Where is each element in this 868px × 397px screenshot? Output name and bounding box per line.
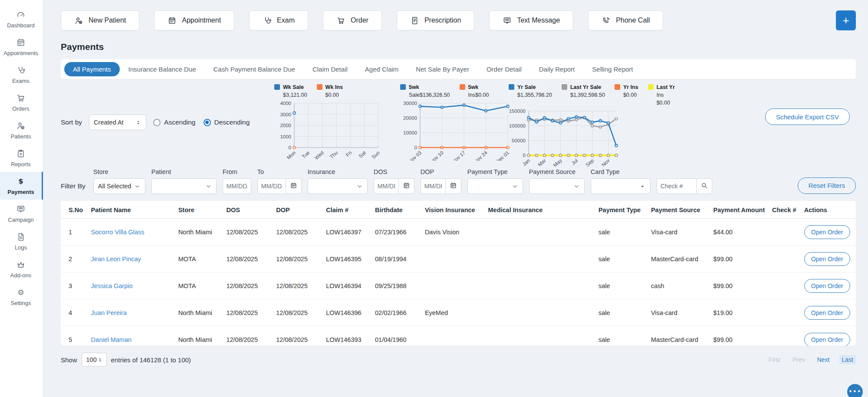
tab-claim-detail[interactable]: Claim Detail [304,62,356,76]
order-button[interactable]: Order [323,10,382,30]
cart-icon [336,16,345,25]
svg-text:Jan: Jan [522,158,531,167]
schedule-export-csv-button[interactable]: Schedule Export CSV [765,108,850,125]
sidebar-item-orders[interactable]: Orders [0,89,43,116]
insurance-select[interactable] [308,178,368,194]
dos-calendar-button[interactable] [399,178,414,194]
column-header-payment-amount: Payment Amount [711,201,769,219]
dop-calendar-button[interactable] [446,178,461,194]
sidebar-item-dashboard[interactable]: Dashboard [0,5,43,33]
to-input[interactable] [257,178,286,194]
tab-selling-report[interactable]: Selling Report [583,62,641,76]
actions-cell: Open Order [802,299,856,326]
sidebar-item-add-ons[interactable]: Add-ons [0,255,43,283]
legend-item: Yr Ins$0.00 [615,83,638,107]
table-row: 5Daniel MamanNorth Miami12/08/202512/08/… [61,326,856,346]
calendar-icon [16,37,26,48]
chevron-down-icon [134,183,141,190]
pagination-next[interactable]: Next [815,355,832,364]
payment-source-select[interactable] [529,178,585,194]
show-label: Show [61,356,77,364]
tab-cash-payment-balance-due[interactable]: Cash Payment Balance Due [204,62,303,76]
pagination: FirstPrevNextLast [766,355,856,364]
more-actions-fab[interactable]: ••• [847,384,863,397]
appointment-button[interactable]: Appointment [154,10,234,30]
open-order-button[interactable]: Open Order [804,225,850,239]
store-label: Store [93,168,145,176]
svg-text:30000: 30000 [403,101,417,106]
legend-swatch [648,84,654,90]
check-number-search-button[interactable] [697,178,712,194]
card-type-select[interactable] [591,178,651,194]
tab-net-sale-by-payer[interactable]: Net Sale By Payer [407,62,478,76]
pagination-last[interactable]: Last [839,355,856,364]
patient-select[interactable] [151,178,217,194]
five-week-sale-chart: 5wkSale$136,326.505wkIns$0.0001000020000… [400,83,513,162]
payment-type-select[interactable] [467,178,523,194]
from-input[interactable] [223,178,251,194]
new-patient-button[interactable]: New Patient [61,10,139,30]
from-label: From [223,168,251,176]
button-label: New Patient [89,16,126,24]
sidebar-item-settings[interactable]: ⚙Settings [0,283,43,311]
patient-name-link[interactable]: Socorro Villa Glass [91,229,145,236]
open-order-button[interactable]: Open Order [804,333,850,346]
table-cell: 12/08/2025 [273,246,323,272]
sidebar-item-campaign[interactable]: Campaign [0,200,43,227]
patient-name-link[interactable]: Juan Pereira [91,309,127,316]
patient-name-cell: Daniel Maman [89,326,176,346]
chart-legend: Yr Sale$1,355,798.20Last Yr Sale$1,392,5… [509,83,726,107]
table-cell [486,299,596,326]
open-order-button[interactable]: Open Order [804,306,850,320]
dop-label: DOP [421,168,461,176]
check-number-input[interactable] [657,178,697,194]
calendar-icon [168,16,177,25]
tab-all-payments[interactable]: All Payments [64,62,120,76]
tab-aged-claim[interactable]: Aged Claim [356,62,408,76]
sidebar-item-patients[interactable]: Patients [0,116,43,144]
patient-name-link[interactable]: Daniel Maman [91,336,132,343]
exam-button[interactable]: Exam [249,10,308,30]
tab-daily-report[interactable]: Daily Report [530,62,584,76]
dop-input[interactable] [421,178,446,194]
sort-field-select[interactable]: Created At [89,115,146,130]
prescription-button[interactable]: Prescription [397,10,474,30]
caret-updown-icon [97,357,103,363]
page-title: Payments [61,42,856,52]
dashboard-icon [16,10,26,20]
to-calendar-button[interactable] [286,178,302,194]
sort-ascending-radio[interactable]: Ascending [153,118,195,126]
table-cell: sale [596,246,648,272]
sort-descending-radio[interactable]: Descending [204,118,250,126]
legend-item: Last Yr Sale$1,392,598.50 [562,83,605,107]
gear-icon: ⚙ [16,287,26,298]
text-message-button[interactable]: Text Message [489,10,573,30]
sidebar-item-logs[interactable]: Logs [0,227,43,255]
phone-call-button[interactable]: Phone Call [588,10,663,30]
open-order-button[interactable]: Open Order [804,279,850,293]
sidebar-item-exams[interactable]: Exams [0,61,43,89]
patient-name-cell: Juan Pereira [89,299,176,326]
sidebar-item-payments[interactable]: $Payments [0,172,43,200]
table-cell: sale [596,219,648,246]
dos-input[interactable] [374,178,399,194]
svg-text:100000: 100000 [509,123,526,128]
sidebar-item-appointments[interactable]: Appointments [0,33,43,61]
patient-name-link[interactable]: Jessica Garpio [91,282,133,289]
store-select[interactable]: All Selected [93,178,145,194]
dollar-icon: $ [16,176,26,187]
table-cell: $99.00 [711,246,769,272]
tab-order-detail[interactable]: Order Detail [478,62,530,76]
add-new-button[interactable]: + [836,10,856,30]
chart-canvas: 0100002000030000Nov 03Nov 10Nov 17Nov 24… [400,101,512,161]
patient-name-link[interactable]: Jean Leon Pincay [91,256,141,262]
page-size-select[interactable]: 100 [82,353,107,367]
tab-insurance-balance-due[interactable]: Insurance Balance Due [120,62,205,76]
reset-filters-button[interactable]: Reset Filters [798,177,856,194]
sidebar-item-reports[interactable]: Reports [0,144,43,172]
open-order-button[interactable]: Open Order [804,252,850,266]
phone-icon [602,16,611,25]
column-header-claim-: Claim # [323,201,372,219]
message-icon [16,204,26,214]
svg-text:Sat: Sat [358,150,367,159]
